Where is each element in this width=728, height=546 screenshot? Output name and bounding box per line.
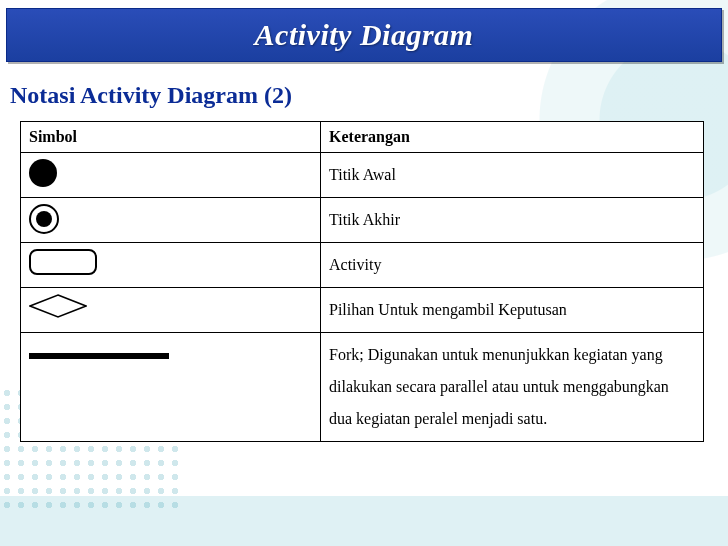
table-row: Fork; Digunakan untuk menunjukkan kegiat… [21,333,704,442]
symbol-cell [21,153,321,198]
fork-bar-icon [29,353,169,359]
table-row: Titik Awal [21,153,704,198]
svg-marker-0 [30,295,86,317]
description-cell: Pilihan Untuk mengambil Keputusan [321,288,704,333]
table-row: Pilihan Untuk mengambil Keputusan [21,288,704,333]
final-node-icon [29,204,59,234]
col-header-symbol: Simbol [21,122,321,153]
decision-node-icon [29,294,87,318]
description-cell: Titik Akhir [321,198,704,243]
page-title: Activity Diagram [255,18,474,52]
notation-table: Simbol Keterangan Titik Awal Titik Akhir [20,121,704,442]
table-row: Activity [21,243,704,288]
activity-node-icon [29,249,97,275]
subtitle: Notasi Activity Diagram (2) [10,82,728,109]
table-header-row: Simbol Keterangan [21,122,704,153]
col-header-description: Keterangan [321,122,704,153]
table-row: Titik Akhir [21,198,704,243]
symbol-cell [21,288,321,333]
description-cell: Fork; Digunakan untuk menunjukkan kegiat… [321,333,704,442]
title-bar: Activity Diagram [6,8,722,62]
initial-node-icon [29,159,57,187]
symbol-cell [21,333,321,442]
description-cell: Activity [321,243,704,288]
symbol-cell [21,198,321,243]
symbol-cell [21,243,321,288]
description-cell: Titik Awal [321,153,704,198]
